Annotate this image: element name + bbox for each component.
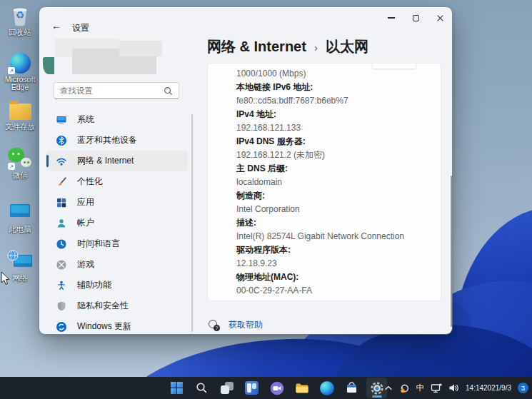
- accessibility-person-icon: [56, 280, 67, 291]
- sidebar-item-label: 蓝牙和其他设备: [77, 134, 137, 146]
- store-button[interactable]: [341, 378, 362, 398]
- desktop-icon-recycle-bin[interactable]: ♻ 回收站: [1, 4, 39, 36]
- settings-window: ← 设置 系统: [39, 7, 452, 334]
- property-label: 本地链接 IPv6 地址:: [236, 81, 433, 94]
- desktop-icon-this-pc[interactable]: 此电脑: [1, 201, 39, 233]
- settings-search[interactable]: [54, 82, 179, 99]
- property-label: 制造商:: [236, 189, 433, 203]
- property-value: localdomain: [236, 176, 433, 189]
- widgets-button[interactable]: [241, 378, 262, 398]
- back-button[interactable]: ←: [48, 17, 65, 34]
- sidebar-item-label: 网络 & Internet: [77, 155, 134, 167]
- tray-clock[interactable]: 14:14 2021/9/3: [466, 384, 511, 393]
- property-value: 1000/1000 (Mbps): [236, 67, 433, 81]
- tray-ime-indicator[interactable]: 中: [416, 383, 425, 393]
- edge-button[interactable]: [316, 378, 337, 398]
- property-label: IPv4 DNS 服务器:: [236, 135, 433, 148]
- property-value: 00-0C-29-27-AA-FA: [236, 284, 433, 298]
- tray-volume-icon[interactable]: [448, 383, 459, 393]
- recycle-bin-icon: ♻: [7, 4, 33, 27]
- taskbar-search-button[interactable]: [191, 378, 212, 398]
- breadcrumb-parent[interactable]: 网络 & Internet: [207, 37, 306, 56]
- user-account-censored[interactable]: [42, 37, 174, 79]
- widgets-icon: [245, 381, 259, 395]
- taskbar: 中 14:14 2021/9/3 3: [0, 377, 532, 399]
- sidebar-item-label: 应用: [77, 196, 94, 208]
- property-value: 192.168.121.2 (未加密): [236, 148, 433, 162]
- property-value: Intel(R) 82574L Gigabit Network Connecti…: [236, 230, 416, 243]
- edge-icon: ↗: [7, 51, 33, 74]
- clock-icon: [56, 238, 67, 250]
- maximize-icon: [413, 15, 419, 21]
- chat-button[interactable]: [266, 378, 287, 398]
- folder-icon: [295, 381, 309, 395]
- sidebar-item-accounts[interactable]: 帐户: [46, 213, 188, 233]
- desktop-icon-edge[interactable]: ↗ Microsoft Edge: [1, 51, 39, 91]
- sidebar-item-gaming[interactable]: 游戏: [46, 254, 188, 275]
- wechat-icon: ↗: [7, 147, 33, 170]
- sidebar-item-privacy-security[interactable]: 隐私和安全性: [46, 296, 188, 316]
- desktop-icon-wechat[interactable]: ↗ 微信: [1, 147, 39, 179]
- bluetooth-icon: [56, 135, 67, 146]
- property-label: 物理地址(MAC):: [236, 271, 433, 284]
- sidebar-item-network-internet[interactable]: 网络 & Internet: [46, 151, 188, 171]
- get-help-icon: ?: [209, 320, 220, 331]
- get-help-link[interactable]: 获取帮助: [229, 319, 263, 331]
- tray-network-icon[interactable]: [431, 383, 442, 393]
- shortcut-arrow-icon: ↗: [8, 163, 15, 170]
- sidebar-item-system[interactable]: 系统: [46, 109, 188, 130]
- tray-sync-icon[interactable]: [399, 383, 410, 393]
- windows-update-icon: [56, 321, 67, 333]
- breadcrumb-separator-icon: ›: [314, 40, 318, 54]
- minimize-button[interactable]: [379, 7, 403, 29]
- system-icon: [56, 114, 67, 126]
- sidebar-item-personalization[interactable]: 个性化: [46, 171, 188, 192]
- task-view-icon: [221, 382, 234, 394]
- search-input[interactable]: [60, 86, 159, 95]
- sidebar-item-label: 帐户: [77, 217, 94, 229]
- chat-camera-icon: [270, 381, 284, 395]
- desktop-icon-folder[interactable]: 文件存放: [1, 99, 39, 131]
- shortcut-arrow-icon: ↗: [8, 67, 15, 74]
- property-label: IPv4 地址:: [236, 108, 433, 121]
- person-icon: [56, 218, 67, 229]
- avatar-fragment: [43, 57, 54, 74]
- network-places-icon: [7, 250, 33, 273]
- notification-count-badge[interactable]: 3: [518, 383, 528, 393]
- get-help-row[interactable]: ? 获取帮助: [209, 319, 263, 331]
- tray-chevron-up-icon[interactable]: [384, 384, 393, 393]
- minimize-icon: [388, 17, 395, 18]
- property-value: 192.168.121.133: [236, 121, 433, 135]
- desktop-icon-label: 文件存放: [5, 123, 35, 131]
- apps-grid-icon: [56, 197, 67, 208]
- desktop: ♻ 回收站 ↗ Microsoft Edge 文件存放 ↗ 微信: [0, 0, 532, 399]
- taskbar-apps: [166, 378, 387, 398]
- sidebar-item-accessibility[interactable]: 辅助功能: [46, 275, 188, 296]
- sidebar-item-windows-update[interactable]: Windows 更新: [46, 316, 188, 334]
- censor-block: [119, 41, 162, 56]
- sidebar-item-label: 个性化: [77, 176, 103, 188]
- window-title: 设置: [72, 22, 89, 34]
- property-label: 描述:: [236, 216, 433, 230]
- maximize-button[interactable]: [403, 7, 428, 29]
- sidebar-scrollbar[interactable]: [191, 114, 193, 332]
- windows-logo-icon: [171, 382, 183, 394]
- properties-list: 1000/1000 (Mbps) 本地链接 IPv6 地址: fe80::cd5…: [236, 67, 433, 298]
- property-value: 12.18.9.23: [236, 257, 433, 271]
- brush-icon: [56, 176, 67, 188]
- selected-accent-bar: [46, 155, 49, 167]
- task-view-button[interactable]: [216, 378, 237, 398]
- content-scrollbar[interactable]: [451, 176, 452, 327]
- store-bag-icon: [345, 381, 358, 395]
- start-button[interactable]: [166, 378, 187, 398]
- close-button[interactable]: [428, 7, 452, 29]
- sidebar-item-apps[interactable]: 应用: [46, 192, 188, 213]
- file-explorer-button[interactable]: [291, 378, 312, 398]
- sidebar-item-bluetooth[interactable]: 蓝牙和其他设备: [46, 130, 188, 151]
- sidebar-item-time-language[interactable]: 时间和语言: [46, 233, 188, 254]
- property-label: 主 DNS 后缀:: [236, 162, 433, 176]
- close-icon: [436, 14, 444, 22]
- property-value: Intel Corporation: [236, 203, 433, 216]
- system-tray: 中 14:14 2021/9/3 3: [384, 377, 528, 399]
- settings-sidebar-nav: 系统 蓝牙和其他设备 网络 & Internet 个性化: [46, 109, 188, 334]
